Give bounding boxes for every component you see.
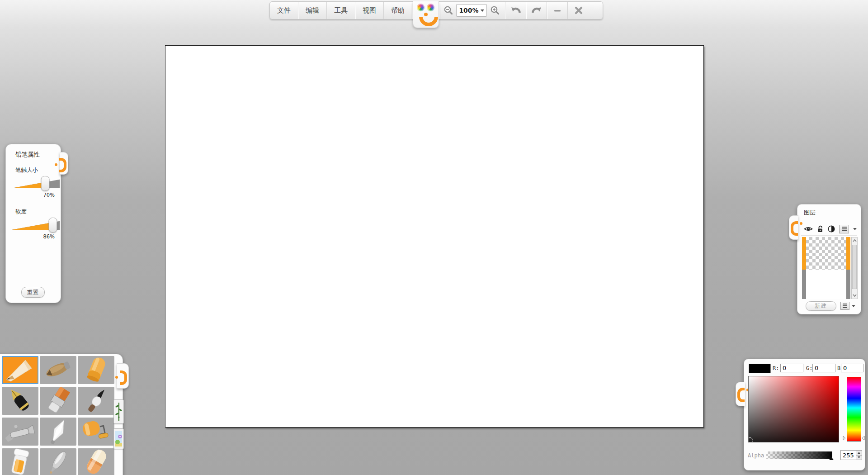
menu-view[interactable]: 视图: [355, 2, 383, 19]
chevron-down-icon[interactable]: [852, 305, 855, 307]
zoom-level-value: 100%: [459, 7, 478, 14]
layer-bar: [802, 270, 806, 299]
redo-button[interactable]: [526, 2, 547, 19]
picture-thumbnail-icon: [115, 431, 122, 446]
red-input[interactable]: [780, 364, 803, 372]
hamburger-icon: [842, 228, 847, 229]
alpha-decrement-button[interactable]: [856, 455, 862, 460]
softness-slider[interactable]: [12, 220, 60, 230]
softness-slider-handle[interactable]: [49, 218, 57, 233]
tool-wooden-pencil[interactable]: [40, 356, 76, 384]
color-panel-collapse-tab[interactable]: [736, 382, 745, 406]
menu-file[interactable]: 文件: [270, 2, 298, 19]
tool-paint-roller[interactable]: [78, 418, 114, 446]
menu-tools-label: 工具: [334, 6, 348, 15]
menu-tools[interactable]: 工具: [326, 2, 355, 19]
layer-item-2[interactable]: [802, 270, 850, 299]
color-cursor[interactable]: [748, 437, 753, 442]
blue-input[interactable]: [841, 364, 863, 372]
layers-scrollbar[interactable]: [851, 237, 858, 299]
layers-panel-collapse-tab[interactable]: [789, 215, 798, 240]
zoom-out-button[interactable]: [439, 2, 458, 19]
ink-brush-icon: [78, 387, 114, 415]
tool-palette-collapse-tab[interactable]: [117, 363, 129, 389]
layer-selected-bar: [846, 237, 850, 270]
current-color-swatch: [749, 364, 771, 373]
redo-icon: [531, 5, 542, 16]
bamboo-brush-category-button[interactable]: [113, 399, 124, 424]
spinner-up-icon: [858, 452, 860, 454]
new-layer-button[interactable]: 新建: [806, 301, 836, 311]
brush-size-slider-handle[interactable]: [41, 176, 50, 191]
tool-eraser[interactable]: [78, 448, 114, 475]
tool-airbrush[interactable]: [2, 418, 38, 446]
close-button[interactable]: [567, 2, 589, 19]
alpha-slider-marker[interactable]: [829, 457, 834, 460]
undo-icon: [510, 5, 522, 16]
visibility-eye-icon[interactable]: [804, 226, 813, 232]
unlock-padlock-icon[interactable]: [817, 225, 824, 233]
minimize-icon: [553, 6, 562, 15]
contrast-halfcircle-icon[interactable]: [828, 225, 835, 233]
chevron-down-icon[interactable]: [853, 228, 857, 230]
zoom-in-icon: [490, 5, 500, 15]
layer-selected-bar: [802, 237, 806, 270]
alpha-increment-button[interactable]: [856, 451, 862, 455]
bamboo-icon: [115, 402, 122, 422]
pencil-panel-collapse-tab[interactable]: [60, 152, 68, 175]
hue-marker-right-icon[interactable]: [862, 436, 865, 441]
minimize-button[interactable]: [547, 2, 567, 19]
brush-size-slider-fill: [12, 178, 45, 188]
scroll-down-icon[interactable]: [853, 294, 857, 297]
pencil-panel-title: 铅笔属性: [15, 151, 40, 159]
picture-brush-category-button[interactable]: [113, 428, 124, 449]
tool-pencil[interactable]: [2, 356, 38, 384]
brush-size-slider[interactable]: [12, 178, 60, 188]
pencil-icon: [2, 356, 38, 384]
app-window: 文件 编辑 工具 视图 帮助 100%: [0, 0, 868, 475]
layer-item-1[interactable]: [802, 237, 850, 270]
zoom-in-button[interactable]: [485, 2, 505, 19]
layer-thumbnail-white: [806, 270, 846, 299]
clown-face-logo-icon: [413, 2, 439, 27]
clown-smile-handle-icon: [737, 388, 745, 402]
tool-flat-brush[interactable]: [40, 387, 76, 415]
saturation-value-gradient[interactable]: [748, 376, 839, 442]
crayon-icon: [78, 356, 114, 384]
flat-brush-icon: [40, 387, 76, 415]
tool-palette-knife[interactable]: [40, 418, 76, 446]
color-picker-panel: R: G: B: Alpha: [744, 359, 865, 470]
menu-help[interactable]: 帮助: [383, 2, 412, 19]
paint-roller-icon: [78, 418, 114, 446]
tool-crayon[interactable]: [78, 356, 114, 384]
app-logo-slot: [412, 2, 439, 19]
tool-ink-brush[interactable]: [78, 387, 114, 415]
tool-fountain-pen[interactable]: [2, 387, 38, 415]
green-input[interactable]: [812, 364, 835, 372]
tool-metal-pen[interactable]: [40, 448, 76, 475]
alpha-label: Alpha: [748, 452, 764, 459]
layer-list-menu-button[interactable]: [840, 302, 849, 310]
layers-bottom-menu: [840, 302, 855, 310]
menu-edit[interactable]: 编辑: [298, 2, 326, 19]
hue-marker-left-icon[interactable]: [843, 436, 846, 441]
undo-button[interactable]: [505, 2, 526, 19]
scrollbar-thumb[interactable]: [852, 245, 857, 289]
menu-view-label: 视图: [363, 6, 376, 15]
reset-button[interactable]: 重置: [21, 287, 45, 298]
hue-slider[interactable]: [847, 377, 861, 442]
layer-options-menu-button[interactable]: [839, 225, 849, 233]
softness-label: 软度: [15, 208, 27, 216]
softness-value: 86%: [43, 233, 55, 240]
scroll-up-icon[interactable]: [853, 239, 857, 242]
alpha-slider[interactable]: [766, 451, 832, 459]
softness-slider-fill: [12, 220, 53, 230]
airbrush-icon: [2, 418, 38, 446]
zoom-level-dropdown[interactable]: 100%: [456, 4, 486, 17]
drawing-canvas[interactable]: [165, 45, 704, 428]
app-logo-tab[interactable]: [413, 1, 439, 28]
tool-paint-jar[interactable]: [2, 448, 38, 475]
alpha-value-input[interactable]: [841, 451, 856, 460]
red-label: R:: [773, 365, 779, 371]
fountain-pen-icon: [2, 387, 38, 415]
